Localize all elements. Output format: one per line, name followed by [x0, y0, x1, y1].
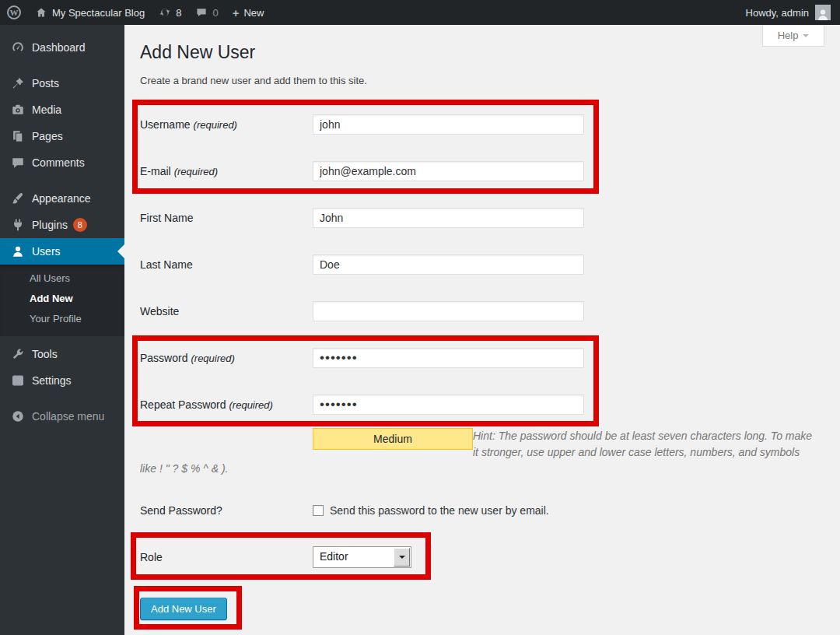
sidebar-item-appearance[interactable]: Appearance [0, 185, 124, 212]
wordpress-logo-icon: W [7, 5, 21, 19]
email-row: E-mail(required) [140, 161, 824, 181]
sidebar-label: Dashboard [32, 41, 86, 54]
updates-button[interactable]: 8 [152, 0, 188, 25]
send-password-checkbox-label: Send this password to the new user by em… [330, 504, 549, 517]
repeat-password-label: Repeat Password(required) [140, 398, 313, 411]
comments-icon [11, 156, 25, 170]
main-content: Add New User Create a brand new user and… [124, 25, 840, 635]
dropdown-button[interactable] [394, 548, 410, 567]
role-select[interactable]: Editor [313, 546, 411, 568]
page-subtitle: Create a brand new user and add them to … [140, 74, 824, 87]
sidebar-label: Posts [32, 77, 59, 89]
site-name-label: My Spectacular Blog [52, 7, 145, 19]
pushpin-icon [11, 76, 25, 90]
site-name-link[interactable]: My Spectacular Blog [28, 0, 152, 25]
dropdown-arrow-icon [399, 556, 405, 562]
required-note: (required) [174, 166, 218, 177]
wordpress-admin-page: W My Spectacular Blog 8 0 + New Howdy, a… [0, 0, 840, 635]
dashboard-icon [11, 40, 25, 54]
comments-button[interactable]: 0 [188, 0, 225, 25]
sidebar-label: Collapse menu [32, 410, 104, 423]
sidebar-item-plugins[interactable]: Plugins 8 [0, 212, 124, 238]
sidebar-label: Settings [32, 374, 72, 387]
password-strength-and-hint: Medium Hint: The password should be at l… [140, 428, 818, 477]
new-content-button[interactable]: + New [226, 0, 271, 25]
admin-bar: W My Spectacular Blog 8 0 + New Howdy, a… [0, 0, 840, 25]
submenu-item-add-new[interactable]: Add New [0, 289, 124, 309]
sidebar-label: Plugins [32, 219, 68, 231]
first-name-label: First Name [140, 212, 313, 224]
sidebar-label: Pages [32, 130, 63, 142]
email-input[interactable] [313, 161, 584, 181]
admin-sidebar: Dashboard Posts Media Pages Comments App… [0, 25, 124, 635]
username-input[interactable] [313, 114, 584, 135]
sidebar-item-comments[interactable]: Comments [0, 149, 124, 176]
first-name-row: First Name [140, 208, 824, 228]
sidebar-item-posts[interactable]: Posts [0, 70, 124, 96]
send-password-checkbox[interactable] [313, 505, 324, 516]
sidebar-item-settings[interactable]: Settings [0, 367, 124, 394]
website-input[interactable] [313, 301, 584, 321]
username-label: Username(required) [140, 118, 313, 131]
page-title: Add New User [140, 25, 824, 64]
media-icon [11, 103, 25, 117]
wordpress-menu-button[interactable]: W [0, 0, 28, 25]
comments-bubble-icon [195, 6, 208, 19]
plus-icon: + [233, 7, 240, 19]
updates-count: 8 [176, 7, 181, 19]
required-note: (required) [191, 353, 234, 364]
repeat-password-input[interactable] [313, 395, 584, 415]
first-name-input[interactable] [313, 208, 584, 228]
sidebar-item-users[interactable]: Users [0, 238, 124, 265]
role-selected-value: Editor [320, 550, 348, 563]
paintbrush-icon [11, 191, 25, 205]
comments-count: 0 [212, 7, 218, 19]
password-input[interactable] [313, 348, 584, 368]
update-icon [159, 6, 171, 19]
last-name-label: Last Name [140, 258, 313, 271]
home-icon [35, 6, 47, 19]
sidebar-label: Appearance [32, 192, 91, 205]
users-submenu: All Users Add New Your Profile [0, 265, 124, 336]
sidebar-item-dashboard[interactable]: Dashboard [0, 34, 124, 61]
settings-sliders-icon [11, 374, 25, 388]
role-label: Role [140, 551, 313, 563]
plugins-update-badge: 8 [73, 218, 87, 232]
add-user-form: Username(required) E-mail(required) Firs… [140, 114, 824, 620]
sidebar-item-collapse-menu[interactable]: Collapse menu [0, 403, 124, 430]
users-icon [11, 244, 25, 258]
pages-icon [11, 129, 25, 143]
username-row: Username(required) [140, 114, 824, 135]
submenu-item-your-profile[interactable]: Your Profile [0, 309, 124, 329]
wrench-icon [11, 347, 25, 361]
sidebar-item-pages[interactable]: Pages [0, 123, 124, 149]
send-password-label: Send Password? [140, 504, 313, 517]
account-menu[interactable]: Howdy, admin [746, 5, 840, 20]
sidebar-label: Comments [32, 156, 85, 169]
website-row: Website [140, 301, 824, 321]
password-row: Password(required) [140, 348, 824, 368]
required-note: (required) [194, 119, 237, 131]
required-note: (required) [229, 399, 273, 411]
avatar [815, 5, 831, 20]
email-label: E-mail(required) [140, 165, 313, 177]
howdy-label: Howdy, admin [746, 7, 809, 19]
website-label: Website [140, 305, 313, 318]
role-row: Role Editor [140, 546, 824, 568]
new-label: New [243, 7, 264, 19]
submenu-item-all-users[interactable]: All Users [0, 268, 124, 289]
last-name-row: Last Name [140, 254, 824, 275]
sidebar-label: Tools [32, 348, 58, 360]
add-new-user-button[interactable]: Add New User [140, 598, 227, 620]
password-strength-meter: Medium [313, 428, 473, 450]
hint-spacer [140, 428, 313, 460]
collapse-arrow-icon [11, 409, 25, 423]
password-label: Password(required) [140, 352, 313, 364]
sidebar-label: Users [32, 245, 61, 258]
last-name-input[interactable] [313, 254, 584, 275]
sidebar-item-media[interactable]: Media [0, 96, 124, 123]
plugin-icon [11, 218, 25, 232]
sidebar-item-tools[interactable]: Tools [0, 341, 124, 367]
repeat-password-row: Repeat Password(required) [140, 395, 824, 415]
user-silhouette-icon [817, 8, 829, 20]
